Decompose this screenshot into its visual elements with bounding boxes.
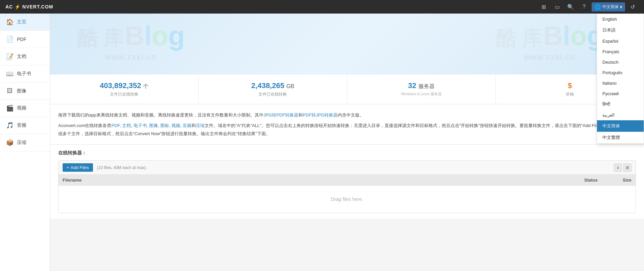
help-icon[interactable]: ?: [578, 1, 590, 13]
banner: 酷 库 Blog www.zxki.cn 酷 库 Blog www.zxki.c…: [50, 14, 644, 75]
link-ebook[interactable]: 电子书: [134, 123, 147, 128]
sidebar-label-audio: 音频: [17, 122, 26, 128]
language-dropdown: English 日本語 Español Français Deutsch Por…: [597, 14, 644, 144]
banner-watermark-left: 酷 库 Blog www.zxki.cn: [77, 20, 185, 62]
sidebar-item-image[interactable]: 🖼 图像: [0, 83, 50, 100]
banner-ku-right: 酷 库: [496, 25, 542, 52]
ebook-icon: 📖: [6, 70, 14, 78]
lang-option-russian[interactable]: Русский: [597, 88, 644, 99]
description-line2: Aconvert.com在线转换各类PDF, 文档, 电子书, 图像, 图标, …: [58, 122, 636, 138]
stat-data: 2,438,265 GB 文件已在线转换: [199, 75, 347, 104]
sidebar-label-image: 图像: [17, 88, 26, 94]
stat-servers: 32 服务器 Windows & Linux 服务器: [347, 75, 496, 104]
link-archive[interactable]: 压缩: [196, 123, 205, 128]
sidebar-label-pdf: PDF: [17, 37, 26, 42]
lang-option-german[interactable]: Deutsch: [597, 57, 644, 67]
stat-label-conversions: 文件已在线转换: [53, 91, 195, 97]
archive-icon: 📦: [6, 139, 14, 146]
list-view-button[interactable]: ≡: [614, 164, 622, 172]
sidebar-label-ebook: 电子书: [17, 71, 31, 77]
main-layout: 🏠 主页 📄 PDF 📝 文档 📖 电子书 🖼 图像 🎬 视频 🎵 音频 📦: [0, 14, 644, 271]
tablet-icon[interactable]: ▭: [551, 1, 563, 13]
language-button[interactable]: 🌐 中文简体 ▾: [592, 2, 625, 12]
stat-label-servers: Windows & Linux 服务器: [351, 91, 492, 97]
main-content: 酷 库 Blog www.zxki.cn 酷 库 Blog www.zxki.c…: [50, 14, 644, 271]
link-video[interactable]: 视频: [171, 123, 180, 128]
sidebar-item-document[interactable]: 📝 文档: [0, 48, 50, 65]
logo: AC ⚡ NVERT.COM: [5, 4, 537, 9]
stat-label-data: 文件已在线转换: [202, 91, 343, 97]
lang-option-hindi[interactable]: हिन्दी: [597, 99, 644, 110]
add-files-label: Add Files: [71, 165, 89, 170]
drop-label: Drag files here.: [331, 196, 363, 202]
banner-watermark-right: 酷 库 Blog www.zxki.cn: [496, 20, 603, 62]
lang-option-arabic[interactable]: العربية: [597, 110, 644, 120]
lang-option-portuguese[interactable]: Português: [597, 67, 644, 78]
link-doc[interactable]: 文档: [122, 123, 131, 128]
link-image[interactable]: 图像: [149, 123, 158, 128]
lang-label: 中文简体: [602, 4, 619, 10]
lang-option-english[interactable]: English: [597, 14, 644, 24]
flag-icon: 🌐: [594, 4, 601, 10]
stat-number-servers: 32 服务器: [351, 81, 492, 90]
grid-view-button[interactable]: ⊞: [623, 164, 631, 172]
converter-section: 在线转换器： + Add Files (10 files, 40M each a…: [50, 145, 644, 218]
stats-row: 403,892,352 个 文件已在线转换 2,438,265 GB 文件已在线…: [50, 75, 644, 104]
banner-url-right: www.zxki.cn: [524, 52, 575, 62]
banner-blog-right: Blog: [543, 20, 603, 51]
link-jpg-to-pdf[interactable]: JPG转PDF转换器: [263, 112, 298, 118]
stat-number-data: 2,438,265 GB: [202, 81, 343, 90]
sidebar-item-archive[interactable]: 📦 压缩: [0, 134, 50, 151]
image-icon: 🖼: [6, 87, 14, 95]
sidebar-item-home[interactable]: 🏠 主页: [0, 14, 50, 31]
sidebar-item-ebook[interactable]: 📖 电子书: [0, 65, 50, 83]
sidebar: 🏠 主页 📄 PDF 📝 文档 📖 电子书 🖼 图像 🎬 视频 🎵 音频 📦: [0, 14, 50, 271]
home-icon: 🏠: [6, 18, 14, 26]
sidebar-label-archive: 压缩: [17, 140, 26, 146]
document-icon: 📝: [6, 53, 14, 60]
add-files-button[interactable]: + Add Files: [63, 163, 93, 172]
converter-table-header: Filename Status Size: [59, 175, 636, 186]
refresh-icon[interactable]: ↺: [626, 1, 639, 13]
sidebar-label-home: 主页: [17, 19, 26, 25]
lang-option-simplified-chinese[interactable]: 中文简体: [597, 120, 644, 132]
banner-ku-left: 酷 库: [77, 25, 123, 52]
stat-conversions: 403,892,352 个 文件已在线转换: [50, 75, 199, 104]
link-icon[interactable]: 图标: [160, 123, 169, 128]
lang-option-french[interactable]: Français: [597, 46, 644, 57]
lang-option-traditional-chinese[interactable]: 中文繁體: [597, 132, 644, 143]
col-header-status: Status: [571, 178, 604, 183]
plus-icon: +: [67, 165, 69, 170]
pdf-icon: 📄: [6, 36, 14, 43]
col-header-filename: Filename: [63, 178, 571, 183]
link-pdf[interactable]: PDF: [111, 123, 120, 128]
sidebar-item-pdf[interactable]: 📄 PDF: [0, 31, 50, 48]
converter-title: 在线转换器：: [58, 150, 636, 156]
toolbar-right: ≡ ⊞: [614, 164, 631, 172]
topnav: AC ⚡ NVERT.COM ⊞ ▭ 🔍 ? 🌐 中文简体 ▾ ↺ Englis…: [0, 0, 644, 14]
lang-option-spanish[interactable]: Español: [597, 36, 644, 46]
search-icon[interactable]: 🔍: [565, 1, 577, 13]
link-audio[interactable]: 音频: [183, 123, 191, 128]
converter-box: + Add Files (10 files, 40M each at max) …: [58, 160, 636, 213]
lang-option-japanese[interactable]: 日本語: [597, 24, 644, 36]
lang-option-italian[interactable]: Italiano: [597, 78, 644, 88]
audio-icon: 🎵: [6, 122, 14, 129]
sidebar-label-video: 视频: [17, 105, 26, 111]
banner-blog-left: Blog: [125, 20, 185, 51]
banner-url-left: www.zxki.cn: [105, 52, 157, 62]
video-icon: 🎬: [6, 104, 14, 112]
topnav-icons: ⊞ ▭ 🔍 ? 🌐 中文简体 ▾ ↺: [537, 1, 639, 13]
description-line1: 推荐下载我们的app来离线转换文档、视频和音频。离线转换速度更快，且没有文件数量…: [58, 111, 636, 119]
sidebar-item-video[interactable]: 🎬 视频: [0, 100, 50, 117]
file-limit-text: (10 files, 40M each at max): [97, 165, 146, 170]
sidebar-label-document: 文档: [17, 54, 26, 60]
converter-drop-area[interactable]: Drag files here.: [59, 186, 636, 213]
grid-icon[interactable]: ⊞: [537, 1, 550, 13]
col-header-size: Size: [604, 178, 631, 183]
stat-number-conversions: 403,892,352 个: [53, 81, 195, 90]
sidebar-item-audio[interactable]: 🎵 音频: [0, 117, 50, 134]
chevron-down-icon: ▾: [620, 4, 622, 9]
description: 推荐下载我们的app来离线转换文档、视频和音频。离线转换速度更快，且没有文件数量…: [50, 104, 644, 145]
link-pdf-to-jpg[interactable]: PDF转JPG转换器: [303, 112, 338, 118]
